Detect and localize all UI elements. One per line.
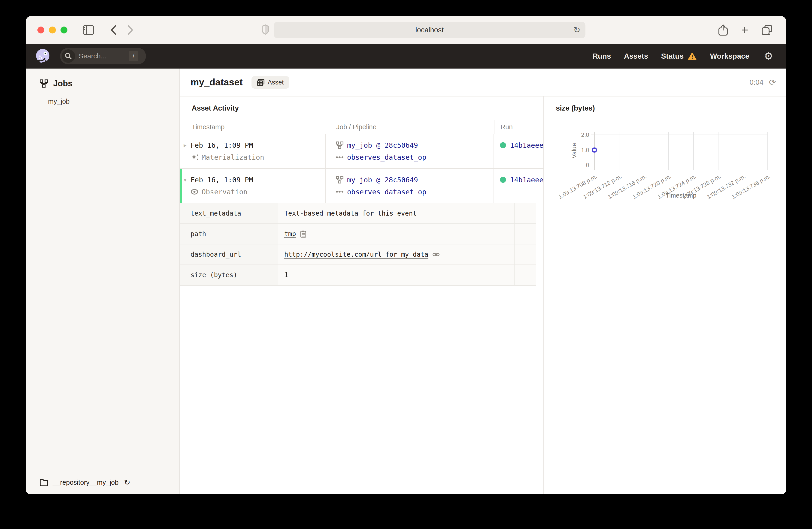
plus-icon: + xyxy=(741,24,748,36)
op-chain-icon xyxy=(336,156,344,159)
event-row-materialization[interactable]: ▸ Feb 16, 1:09 PM Materialization xyxy=(180,134,543,169)
materialization-sparkle-icon xyxy=(190,153,198,161)
global-search[interactable]: / xyxy=(60,48,146,64)
repository-reload-button[interactable]: ↻ xyxy=(124,479,130,486)
close-window-button[interactable] xyxy=(38,27,44,33)
event-timestamp: Feb 16, 1:09 PM xyxy=(190,176,253,184)
metadata-row-dashboard-url: dashboard_url http://mycoolsite.com/url_… xyxy=(180,245,536,265)
metadata-key: text_metadata xyxy=(180,203,278,223)
settings-gear-icon[interactable]: ⚙ xyxy=(764,51,773,61)
metadata-row-size-bytes: size (bytes) 1 xyxy=(180,265,536,285)
op-chain-icon xyxy=(336,190,344,193)
dashboard-url-link[interactable]: http://mycoolsite.com/url_for_my_data xyxy=(284,251,429,258)
external-link-icon[interactable] xyxy=(433,252,439,256)
page-title: my_dataset xyxy=(190,77,243,88)
metadata-plot-panel: size (bytes) xyxy=(544,97,786,494)
metadata-value: Text-based metadata for this event xyxy=(278,203,514,223)
asset-table-icon xyxy=(257,79,264,86)
y-tick-0: 0 xyxy=(586,162,589,168)
sidebar-jobs-title: Jobs xyxy=(53,79,73,88)
size-bytes-chart: 2.0 1.0 0 Value 1:09:13.708 p.m. 1:09:13… xyxy=(544,120,786,259)
nav-status-label: Status xyxy=(661,52,684,60)
op-link[interactable]: observes_dataset_op xyxy=(347,188,426,196)
x-axis-title: Timestamp xyxy=(666,192,697,199)
col-timestamp: Timestamp xyxy=(180,120,326,134)
activity-table-header: Timestamp Job / Pipeline Run xyxy=(180,120,543,134)
refresh-button[interactable]: ⟳ xyxy=(769,78,776,87)
folder-icon xyxy=(40,479,48,486)
main-content: my_dataset Asset 0:04 ⟳ xyxy=(180,69,786,494)
nav-runs[interactable]: Runs xyxy=(593,52,611,60)
forward-button[interactable] xyxy=(128,25,133,35)
sidebar-item-my-job[interactable]: my_job xyxy=(48,98,179,105)
search-shortcut-badge: / xyxy=(129,51,138,61)
job-link[interactable]: my_job @ 28c50649 xyxy=(347,176,418,184)
y-axis-title: Value xyxy=(571,143,578,158)
col-run: Run xyxy=(494,120,543,134)
observation-eye-icon xyxy=(190,189,198,194)
job-dag-icon xyxy=(336,176,344,183)
poll-countdown: 0:04 xyxy=(750,78,763,87)
search-icon-circle xyxy=(62,49,75,63)
privacy-shield-icon[interactable] xyxy=(262,25,269,35)
browser-window: localhost ↻ + xyxy=(26,16,786,494)
metadata-row-text-metadata: text_metadata Text-based metadata for th… xyxy=(180,203,536,224)
chart-title: size (bytes) xyxy=(556,104,595,113)
warning-triangle-icon xyxy=(687,52,697,60)
app-header: / Runs Assets Status Workspace ⚙ xyxy=(26,44,786,69)
metadata-key: path xyxy=(180,224,278,244)
collapse-caret-icon[interactable]: ▾ xyxy=(180,176,190,183)
tab-overview-icon xyxy=(762,25,772,35)
share-icon xyxy=(718,24,728,36)
event-type-label: Materialization xyxy=(202,153,264,161)
nav-workspace[interactable]: Workspace xyxy=(710,52,749,60)
expand-caret-icon[interactable]: ▸ xyxy=(180,142,190,149)
search-input[interactable] xyxy=(79,52,122,60)
reload-page-button[interactable]: ↻ xyxy=(574,26,580,34)
zoom-window-button[interactable] xyxy=(60,27,68,33)
event-metadata-table: text_metadata Text-based metadata for th… xyxy=(180,203,536,286)
metadata-row-path: path tmp xyxy=(180,224,536,245)
top-nav: Runs Assets Status Workspace ⚙ xyxy=(593,51,773,61)
asset-activity-panel: Asset Activity Timestamp Job / Pipeline … xyxy=(180,97,544,494)
event-type-label: Observation xyxy=(202,188,248,196)
data-point xyxy=(593,148,596,152)
dagster-logo[interactable] xyxy=(35,48,50,64)
sidebar-toggle-button[interactable] xyxy=(83,25,94,35)
left-sidebar: Jobs my_job __repository__my_job ↻ xyxy=(26,69,180,494)
browser-toolbar: localhost ↻ + xyxy=(26,16,786,44)
asset-tag-label: Asset xyxy=(268,79,284,86)
search-icon xyxy=(65,53,72,60)
asset-activity-heading: Asset Activity xyxy=(192,104,239,113)
repository-name: __repository__my_job xyxy=(53,479,118,486)
share-button[interactable] xyxy=(718,24,728,36)
back-icon xyxy=(111,25,116,35)
copy-clipboard-icon[interactable] xyxy=(300,230,306,238)
nav-status[interactable]: Status xyxy=(661,52,697,60)
run-id-link[interactable]: 14b1aeee xyxy=(510,141,543,149)
event-row-observation[interactable]: ▾ Feb 16, 1:09 PM Observation xyxy=(180,169,543,203)
job-link[interactable]: my_job @ 28c50649 xyxy=(347,141,418,149)
repository-footer: __repository__my_job ↻ xyxy=(26,470,179,494)
path-link[interactable]: tmp xyxy=(284,230,296,238)
url-text: localhost xyxy=(416,26,444,34)
back-button[interactable] xyxy=(111,25,116,35)
tab-overview-button[interactable] xyxy=(762,25,772,35)
metadata-value: 1 xyxy=(278,265,514,285)
forward-icon xyxy=(128,25,133,35)
address-bar[interactable]: localhost ↻ xyxy=(274,22,585,38)
nav-assets[interactable]: Assets xyxy=(624,52,648,60)
run-id-link[interactable]: 14b1aeee xyxy=(510,176,543,184)
window-controls xyxy=(38,27,68,33)
event-timestamp: Feb 16, 1:09 PM xyxy=(190,141,253,149)
sidebar-toggle-icon xyxy=(83,25,94,35)
run-status-dot xyxy=(500,177,506,183)
col-job-pipeline: Job / Pipeline xyxy=(326,120,494,134)
run-status-dot xyxy=(500,142,506,148)
y-tick-2: 2.0 xyxy=(581,132,589,138)
new-tab-button[interactable]: + xyxy=(741,24,748,36)
minimize-window-button[interactable] xyxy=(49,27,56,33)
metadata-key: dashboard_url xyxy=(180,245,278,265)
op-link[interactable]: observes_dataset_op xyxy=(347,153,426,161)
y-tick-1: 1.0 xyxy=(581,147,589,153)
